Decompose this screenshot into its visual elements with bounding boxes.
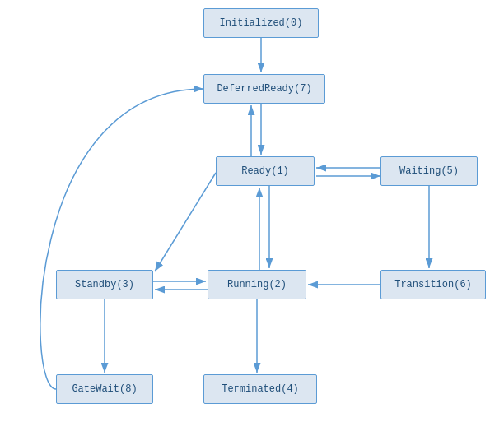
state-initialized: Initialized(0) xyxy=(203,8,319,38)
state-waiting: Waiting(5) xyxy=(380,156,478,186)
state-standby: Standby(3) xyxy=(56,270,153,299)
state-label-standby: Standby(3) xyxy=(75,279,134,290)
state-label-waiting: Waiting(5) xyxy=(399,165,459,177)
state-label-deferredready: DeferredReady(7) xyxy=(217,83,311,95)
state-deferredready: DeferredReady(7) xyxy=(203,74,325,104)
arrows-svg xyxy=(0,0,504,436)
state-gatewait: GateWait(8) xyxy=(56,374,153,404)
state-label-ready: Ready(1) xyxy=(241,165,289,177)
diagram-container: Initialized(0)DeferredReady(7)Ready(1)Wa… xyxy=(0,0,504,436)
state-label-gatewait: GateWait(8) xyxy=(72,383,137,395)
state-ready: Ready(1) xyxy=(216,156,315,186)
state-label-terminated: Terminated(4) xyxy=(222,383,299,395)
state-label-initialized: Initialized(0) xyxy=(220,17,303,29)
state-transition: Transition(6) xyxy=(380,270,486,299)
state-label-transition: Transition(6) xyxy=(394,279,472,290)
svg-line-7 xyxy=(155,173,216,271)
state-terminated: Terminated(4) xyxy=(203,374,317,404)
state-label-running: Running(2) xyxy=(227,279,287,290)
state-running: Running(2) xyxy=(208,270,306,299)
